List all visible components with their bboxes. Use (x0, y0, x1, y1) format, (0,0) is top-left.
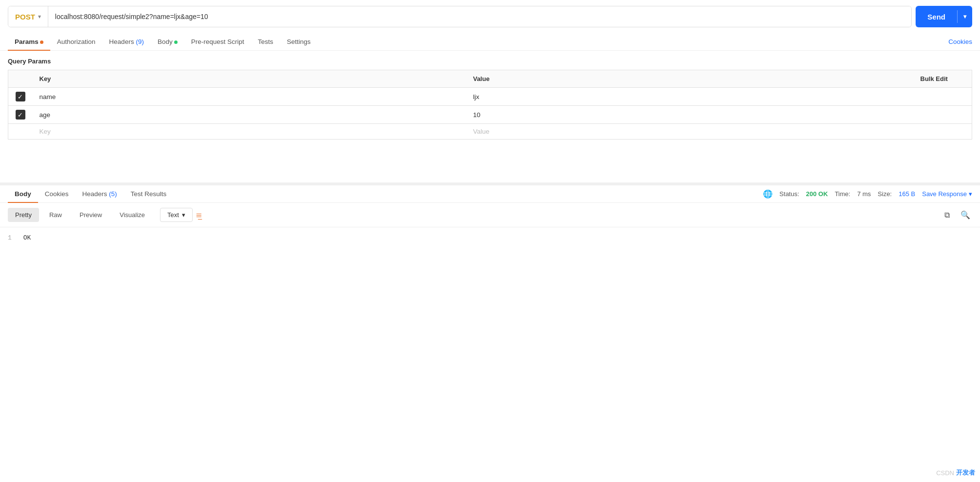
save-response-button[interactable]: Save Response ▾ (922, 190, 972, 198)
col-bulk-header: Bulk Edit (914, 70, 972, 88)
section-title: Query Params (8, 58, 972, 65)
line-number: 1 (8, 234, 12, 241)
key-cell[interactable]: name (33, 88, 466, 106)
response-meta: 🌐 Status: 200 OK Time: 7 ms Size: 165 B … (763, 189, 972, 199)
url-input[interactable] (48, 6, 911, 27)
key-cell-empty[interactable]: Key (33, 124, 466, 140)
wrap-icon[interactable]: ≡̲ (196, 210, 202, 220)
bulk-cell (914, 106, 972, 124)
key-placeholder: Key (40, 128, 51, 135)
params-dot (40, 40, 43, 44)
response-tab-test-results[interactable]: Test Results (124, 185, 174, 202)
checkbox-name[interactable]: ✓ (16, 92, 25, 101)
checkbox-age[interactable]: ✓ (16, 110, 25, 120)
key-cell[interactable]: age (33, 106, 466, 124)
response-tab-body[interactable]: Body (8, 185, 38, 202)
tab-body[interactable]: Body (151, 33, 184, 50)
url-container: POST ▾ (8, 6, 912, 27)
tab-prerequest[interactable]: Pre-request Script (184, 33, 251, 50)
checkbox-cell[interactable]: ✓ (8, 106, 33, 124)
response-headers-count: (5) (109, 190, 117, 198)
top-bar: POST ▾ Send ▾ (0, 0, 980, 33)
globe-icon: 🌐 (763, 189, 773, 199)
value-cell[interactable]: ljx (466, 88, 914, 106)
bulk-cell (914, 88, 972, 106)
col-checkbox (8, 70, 33, 88)
format-bar: Pretty Raw Preview Visualize Text ▾ ≡̲ ⧉… (0, 203, 980, 227)
tab-params[interactable]: Params (8, 33, 50, 50)
value-cell-empty[interactable]: Value (466, 124, 914, 140)
table-header-row: Key Value Bulk Edit (8, 70, 972, 88)
text-label: Text (167, 211, 179, 219)
method-select[interactable]: POST ▾ (8, 6, 48, 27)
method-label: POST (15, 13, 35, 21)
tab-authorization[interactable]: Authorization (50, 33, 102, 50)
status-label: Status: (780, 190, 799, 198)
bulk-cell-empty (914, 124, 972, 140)
size-label: Size: (878, 190, 892, 198)
tab-headers[interactable]: Headers (9) (102, 33, 151, 50)
time-label: Time: (835, 190, 850, 198)
chevron-down-icon: ▾ (38, 13, 41, 20)
table-row: ✓ name ljx (8, 88, 972, 106)
response-tabs-bar: Body Cookies Headers (5) Test Results 🌐 … (0, 185, 980, 203)
text-dropdown[interactable]: Text ▾ (160, 208, 193, 222)
send-button-label: Send (916, 6, 957, 27)
preview-button[interactable]: Preview (72, 208, 109, 222)
request-tabs-bar: Params Authorization Headers (9) Body Pr… (0, 33, 980, 51)
response-body: 1 OK (0, 227, 980, 248)
value-placeholder: Value (473, 128, 490, 135)
response-content: OK (23, 234, 31, 241)
checkbox-cell[interactable]: ✓ (8, 88, 33, 106)
response-icons: ⧉ 🔍 (940, 208, 972, 222)
checkbox-cell-empty (8, 124, 33, 140)
cookies-link[interactable]: Cookies (948, 38, 972, 45)
response-tab-headers[interactable]: Headers (5) (76, 185, 124, 202)
send-dropdown-arrow[interactable]: ▾ (958, 6, 972, 27)
raw-button[interactable]: Raw (42, 208, 69, 222)
copy-icon[interactable]: ⧉ (940, 208, 954, 222)
size-value: 165 B (899, 190, 915, 198)
visualize-button[interactable]: Visualize (112, 208, 152, 222)
checkmark-icon: ✓ (18, 112, 23, 118)
table-row: ✓ age 10 (8, 106, 972, 124)
body-dot (174, 40, 178, 44)
pretty-button[interactable]: Pretty (8, 208, 39, 222)
tab-settings[interactable]: Settings (280, 33, 318, 50)
table-row: Key Value (8, 124, 972, 140)
status-value: 200 OK (806, 190, 828, 198)
params-table: Key Value Bulk Edit ✓ name ljx (8, 70, 972, 140)
query-params-section: Query Params Key Value Bulk Edit ✓ name … (0, 51, 980, 143)
text-chevron-icon: ▾ (182, 211, 185, 219)
response-section: Body Cookies Headers (5) Test Results 🌐 … (0, 185, 980, 248)
col-value-header: Value (466, 70, 914, 88)
value-cell[interactable]: 10 (466, 106, 914, 124)
response-tab-cookies[interactable]: Cookies (38, 185, 76, 202)
checkmark-icon: ✓ (18, 94, 23, 100)
search-icon[interactable]: 🔍 (959, 208, 972, 222)
save-response-chevron: ▾ (969, 190, 972, 198)
send-button[interactable]: Send ▾ (916, 6, 972, 27)
tab-tests[interactable]: Tests (251, 33, 280, 50)
col-key-header: Key (33, 70, 466, 88)
time-value: 7 ms (857, 190, 871, 198)
